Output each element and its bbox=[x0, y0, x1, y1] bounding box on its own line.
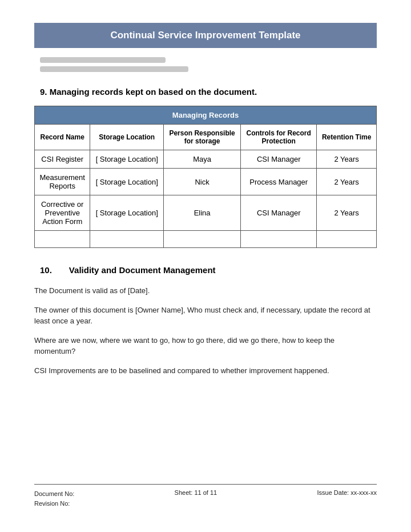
header-title-bar: Continual Service Improvement Template bbox=[34, 23, 377, 48]
footer-right: Issue Date: xx-xxx-xx bbox=[317, 489, 377, 496]
person-1: Maya bbox=[164, 150, 241, 169]
table-title: Managing Records bbox=[35, 106, 377, 125]
retention-1: 2 Years bbox=[317, 150, 377, 169]
col-header-record-name: Record Name bbox=[35, 125, 90, 150]
section10-number: 10. bbox=[40, 265, 52, 275]
subtitle-lines bbox=[34, 57, 377, 75]
header-title: Continual Service Improvement Template bbox=[110, 30, 300, 41]
empty-cell-1 bbox=[35, 231, 90, 248]
section10-para-4: CSI Improvements are to be baselined and… bbox=[34, 365, 377, 377]
managing-records-table: Managing Records Record Name Storage Loc… bbox=[34, 106, 377, 248]
empty-cell-5 bbox=[317, 231, 377, 248]
section10-para-3: Where are we now, where we want to go, h… bbox=[34, 335, 377, 357]
section10-title: Validity and Document Management bbox=[69, 265, 216, 275]
table-row: CSI Register [ Storage Location] Maya CS… bbox=[35, 150, 377, 169]
controls-1: CSI Manager bbox=[241, 150, 317, 169]
table-title-row: Managing Records bbox=[35, 106, 377, 125]
person-3: Elina bbox=[164, 195, 241, 231]
page: Continual Service Improvement Template 9… bbox=[0, 0, 411, 532]
document-no-label: Document No: bbox=[34, 489, 74, 499]
subtitle-line-2 bbox=[40, 66, 188, 72]
record-name-3: Corrective orPreventiveAction Form bbox=[35, 195, 90, 231]
empty-cell-3 bbox=[164, 231, 241, 248]
footer-left: Document No: Revision No: bbox=[34, 489, 74, 509]
col-header-controls: Controls for RecordProtection bbox=[241, 125, 317, 150]
section10-para-1: The Document is valid as of [Date]. bbox=[34, 285, 377, 297]
empty-cell-2 bbox=[90, 231, 164, 248]
col-header-retention-time: Retention Time bbox=[317, 125, 377, 150]
controls-3: CSI Manager bbox=[241, 195, 317, 231]
section9-heading: 9. Managing records kept on based on the… bbox=[34, 87, 377, 97]
footer: Document No: Revision No: Sheet: 11 of 1… bbox=[34, 484, 377, 509]
storage-location-3: [ Storage Location] bbox=[90, 195, 164, 231]
retention-2: 2 Years bbox=[317, 169, 377, 195]
empty-cell-4 bbox=[241, 231, 317, 248]
storage-location-1: [ Storage Location] bbox=[90, 150, 164, 169]
issue-date: Issue Date: xx-xxx-xx bbox=[317, 489, 377, 496]
table-row-empty bbox=[35, 231, 377, 248]
subtitle-line-1 bbox=[40, 57, 166, 63]
col-header-person-responsible: Person Responsiblefor storage bbox=[164, 125, 241, 150]
table-row: MeasurementReports [ Storage Location] N… bbox=[35, 169, 377, 195]
retention-3: 2 Years bbox=[317, 195, 377, 231]
person-2: Nick bbox=[164, 169, 241, 195]
record-name-1: CSI Register bbox=[35, 150, 90, 169]
col-header-storage-location: Storage Location bbox=[90, 125, 164, 150]
controls-2: Process Manager bbox=[241, 169, 317, 195]
storage-location-2: [ Storage Location] bbox=[90, 169, 164, 195]
section10-para-2: The owner of this document is [Owner Nam… bbox=[34, 305, 377, 327]
sheet-info: Sheet: 11 of 11 bbox=[175, 489, 217, 496]
column-headers-row: Record Name Storage Location Person Resp… bbox=[35, 125, 377, 150]
footer-center: Sheet: 11 of 11 bbox=[175, 489, 217, 496]
section10-heading-container: 10. Validity and Document Management bbox=[34, 265, 377, 275]
table-row: Corrective orPreventiveAction Form [ Sto… bbox=[35, 195, 377, 231]
record-name-2: MeasurementReports bbox=[35, 169, 90, 195]
revision-no-label: Revision No: bbox=[34, 499, 74, 509]
